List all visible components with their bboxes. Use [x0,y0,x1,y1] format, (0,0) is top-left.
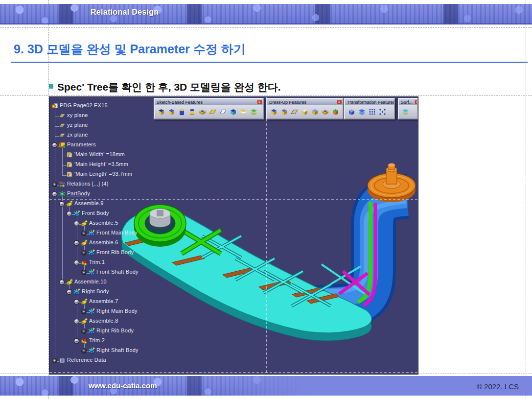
rectangular-pattern-icon[interactable] [367,106,377,117]
thickness-icon[interactable] [310,106,320,117]
tree-node-assemble-10[interactable]: −Assemble.10 [50,277,183,287]
tree-node-label[interactable]: Front Main Body [96,230,138,235]
tree-node-trim-1[interactable]: −Trim.1 [50,258,183,267]
tree-node-reference-data[interactable]: +Reference Data [50,355,183,365]
tree-node-right-shaft-body[interactable]: +Right Shaft Body [50,346,183,355]
thick-surface-icon[interactable] [249,106,259,117]
tree-node-label[interactable]: PartBody [67,190,90,196]
tree-node-assemble-7[interactable]: −Assemble.7 [50,297,183,306]
tree-node-label[interactable]: Assemble.6 [89,239,118,245]
orange-cap[interactable] [368,164,416,203]
multi-sections-solid-icon[interactable] [238,106,249,117]
tree-node-trim-2[interactable]: −Trim.2 [50,336,183,346]
tree-node-relations-4[interactable]: +Relations [...] (4) [50,179,183,189]
extrude-surface-icon[interactable] [400,106,411,117]
tree-node-right-body[interactable]: −Right Body [50,287,183,297]
collapse-handle-icon[interactable]: − [52,191,57,197]
expand-handle-icon[interactable]: + [81,348,87,353]
tree-node-partbody[interactable]: −PartBody [50,189,183,199]
expand-handle-icon[interactable]: + [81,270,87,275]
close-icon[interactable]: × [337,100,342,104]
tree-node-label[interactable]: yz plane [67,122,88,128]
tree-node-front-main-body[interactable]: +Front Main Body [50,228,183,238]
tree-node-label[interactable]: Reference Data [67,357,106,363]
tree-node-yz-plane[interactable]: yz plane [50,120,183,130]
tree-node-assemble-5[interactable]: −Assemble.5 [50,218,183,228]
stiffener-icon[interactable] [228,106,238,117]
translation-icon[interactable] [347,106,357,117]
tree-node-assemble-9[interactable]: −Assemble.9 [50,199,183,209]
close-icon[interactable]: × [257,100,262,104]
tree-node-label[interactable]: Assemble.8 [89,318,118,324]
tree-node-label[interactable]: Front Body [82,210,109,216]
rib-icon[interactable] [208,106,218,117]
tree-node-label[interactable]: Assemble.7 [89,298,118,304]
tree-node-label[interactable]: Trim.2 [89,337,105,343]
tree-node-label[interactable]: Right Shaft Body [96,347,139,353]
remove-face-icon[interactable] [330,106,341,117]
shell-icon[interactable] [300,106,310,117]
collapse-handle-icon[interactable]: − [59,280,65,285]
tree-node-label[interactable]: Relations [...] (4) [67,181,109,187]
expand-handle-icon[interactable]: + [81,231,87,236]
tree-node-label[interactable]: 'Main Height' =3.5mm [74,161,128,167]
tree-node-label[interactable]: zx plane [67,132,88,138]
draft-angle-icon[interactable] [289,106,300,117]
close-icon[interactable]: × [415,100,417,104]
tree-node-label[interactable]: Trim.1 [89,259,105,265]
tree-node-front-body[interactable]: −Front Body [50,209,183,218]
expand-handle-icon[interactable]: + [81,250,87,256]
tree-node-label[interactable]: xy plane [67,112,88,118]
collapse-handle-icon[interactable]: − [74,299,79,305]
collapse-handle-icon[interactable]: − [74,338,79,344]
tree-node-label[interactable]: PDG Page02 EX15 [60,102,108,108]
tree-node-label[interactable]: Parameters [67,141,96,147]
tree-node-zx-plane[interactable]: zx plane [50,130,183,140]
expand-handle-icon[interactable]: + [52,358,57,363]
tree-node-main-height-3-5mm[interactable]: f'Main Height' =3.5mm [50,160,183,169]
tree-node-assemble-8[interactable]: −Assemble.8 [50,316,183,326]
toolbar-title-bar[interactable]: Sketch-Based Features× [155,99,263,105]
tree-node-front-rib-body[interactable]: +Front Rib Body [50,248,183,258]
tree-node-right-main-body[interactable]: +Right Main Body [50,306,183,316]
tree-node-label[interactable]: Front Shaft Body [96,269,139,275]
tree-node-label[interactable]: Front Rib Body [96,249,134,255]
edge-fillet-icon[interactable] [269,106,279,117]
tree-node-right-rib-body[interactable]: +Right Rib Body [50,326,183,336]
collapse-handle-icon[interactable]: − [74,221,79,226]
drafted-filleted-pad-icon[interactable] [166,106,177,117]
tree-node-main-width-18mm[interactable]: f'Main Width' =18mm [50,150,183,160]
hole-icon[interactable] [197,106,208,117]
collapse-handle-icon[interactable]: − [74,240,79,246]
collapse-handle-icon[interactable]: − [67,289,72,295]
collapse-handle-icon[interactable]: − [52,142,57,148]
collapse-handle-icon[interactable]: − [67,211,72,216]
tree-node-label[interactable]: Assemble.5 [89,220,118,226]
collapse-handle-icon[interactable]: − [74,319,79,324]
groove-icon[interactable] [187,106,197,117]
toolbar-title-bar[interactable]: Dress-Up Features× [267,99,343,105]
tree-node-front-shaft-body[interactable]: +Front Shaft Body [50,267,183,277]
tree-node-label[interactable]: Assemble.10 [74,279,107,284]
expand-handle-icon[interactable]: + [52,182,57,187]
expand-handle-icon[interactable]: + [81,309,87,314]
tree-node-label[interactable]: Assemble.9 [74,200,103,206]
toolbar-title-bar[interactable]: Surf...× [399,99,417,105]
chamfer-icon[interactable] [279,106,289,117]
collapse-handle-icon[interactable]: − [59,201,65,207]
thread-icon[interactable] [320,106,330,117]
collapse-handle-icon[interactable]: − [74,260,79,265]
pad-icon[interactable] [156,106,166,117]
expand-handle-icon[interactable]: + [81,329,87,334]
scaling-icon[interactable] [377,106,388,117]
tree-node-label[interactable]: Right Rib Body [96,328,134,333]
slot-icon[interactable] [218,106,228,117]
tree-node-label[interactable]: 'Main Length' =93.7mm [74,171,132,177]
tree-node-parameters[interactable]: −Parameters [50,140,183,150]
tree-node-label[interactable]: Right Main Body [96,308,138,314]
tree-node-main-length-93-7mm[interactable]: f'Main Length' =93.7mm [50,169,183,179]
tree-node-label[interactable]: Right Body [82,288,109,294]
toolbar-title-bar[interactable]: Transformation Features× [345,99,394,105]
tree-node-label[interactable]: 'Main Width' =18mm [74,151,125,157]
shaft-icon[interactable] [177,106,187,117]
